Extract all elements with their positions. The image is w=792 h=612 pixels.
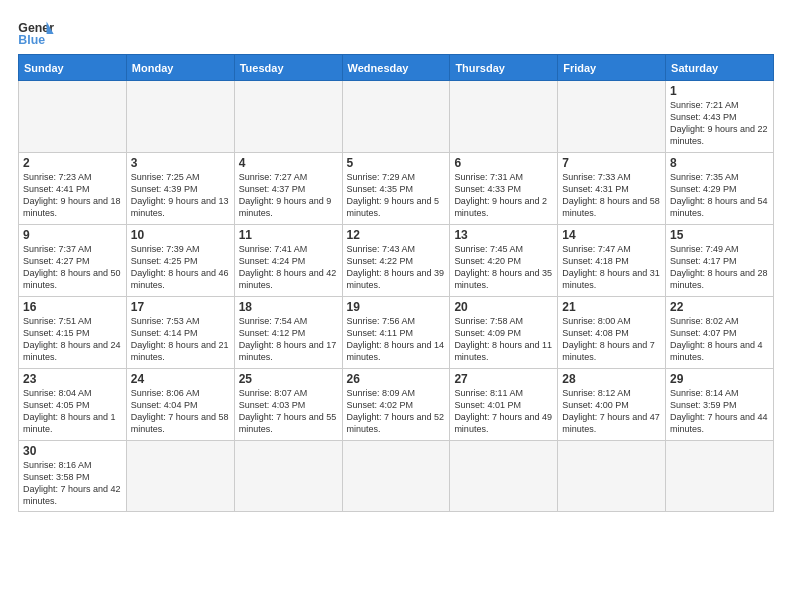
day-number: 20: [454, 300, 553, 314]
day-info: Sunrise: 8:09 AM Sunset: 4:02 PM Dayligh…: [347, 387, 446, 436]
calendar-cell: 17Sunrise: 7:53 AM Sunset: 4:14 PM Dayli…: [126, 297, 234, 369]
day-info: Sunrise: 7:29 AM Sunset: 4:35 PM Dayligh…: [347, 171, 446, 220]
day-info: Sunrise: 7:41 AM Sunset: 4:24 PM Dayligh…: [239, 243, 338, 292]
calendar-week-2: 2Sunrise: 7:23 AM Sunset: 4:41 PM Daylig…: [19, 153, 774, 225]
calendar-cell: 11Sunrise: 7:41 AM Sunset: 4:24 PM Dayli…: [234, 225, 342, 297]
calendar-cell: 24Sunrise: 8:06 AM Sunset: 4:04 PM Dayli…: [126, 369, 234, 441]
calendar-cell: [19, 81, 127, 153]
calendar-cell: [558, 441, 666, 512]
calendar-cell: 3Sunrise: 7:25 AM Sunset: 4:39 PM Daylig…: [126, 153, 234, 225]
day-info: Sunrise: 7:31 AM Sunset: 4:33 PM Dayligh…: [454, 171, 553, 220]
page-header: General Blue: [18, 18, 774, 48]
day-number: 13: [454, 228, 553, 242]
day-info: Sunrise: 8:14 AM Sunset: 3:59 PM Dayligh…: [670, 387, 769, 436]
day-info: Sunrise: 7:23 AM Sunset: 4:41 PM Dayligh…: [23, 171, 122, 220]
weekday-header-row: SundayMondayTuesdayWednesdayThursdayFrid…: [19, 55, 774, 81]
calendar-week-4: 16Sunrise: 7:51 AM Sunset: 4:15 PM Dayli…: [19, 297, 774, 369]
weekday-header-wednesday: Wednesday: [342, 55, 450, 81]
day-number: 4: [239, 156, 338, 170]
calendar-cell: 30Sunrise: 8:16 AM Sunset: 3:58 PM Dayli…: [19, 441, 127, 512]
day-number: 10: [131, 228, 230, 242]
weekday-header-friday: Friday: [558, 55, 666, 81]
logo-icon: General Blue: [18, 18, 54, 48]
calendar-cell: [342, 81, 450, 153]
calendar-table: SundayMondayTuesdayWednesdayThursdayFrid…: [18, 54, 774, 512]
weekday-header-thursday: Thursday: [450, 55, 558, 81]
day-info: Sunrise: 7:39 AM Sunset: 4:25 PM Dayligh…: [131, 243, 230, 292]
day-number: 5: [347, 156, 446, 170]
day-number: 15: [670, 228, 769, 242]
day-number: 7: [562, 156, 661, 170]
day-info: Sunrise: 7:27 AM Sunset: 4:37 PM Dayligh…: [239, 171, 338, 220]
day-number: 23: [23, 372, 122, 386]
calendar-cell: [450, 441, 558, 512]
calendar-cell: [342, 441, 450, 512]
day-info: Sunrise: 7:51 AM Sunset: 4:15 PM Dayligh…: [23, 315, 122, 364]
calendar-cell: 18Sunrise: 7:54 AM Sunset: 4:12 PM Dayli…: [234, 297, 342, 369]
day-info: Sunrise: 7:21 AM Sunset: 4:43 PM Dayligh…: [670, 99, 769, 148]
calendar-cell: 20Sunrise: 7:58 AM Sunset: 4:09 PM Dayli…: [450, 297, 558, 369]
day-info: Sunrise: 7:53 AM Sunset: 4:14 PM Dayligh…: [131, 315, 230, 364]
calendar-cell: [666, 441, 774, 512]
day-info: Sunrise: 7:47 AM Sunset: 4:18 PM Dayligh…: [562, 243, 661, 292]
day-info: Sunrise: 8:12 AM Sunset: 4:00 PM Dayligh…: [562, 387, 661, 436]
day-number: 30: [23, 444, 122, 458]
calendar-cell: 10Sunrise: 7:39 AM Sunset: 4:25 PM Dayli…: [126, 225, 234, 297]
calendar-cell: 28Sunrise: 8:12 AM Sunset: 4:00 PM Dayli…: [558, 369, 666, 441]
day-number: 11: [239, 228, 338, 242]
calendar-cell: 26Sunrise: 8:09 AM Sunset: 4:02 PM Dayli…: [342, 369, 450, 441]
calendar-cell: [234, 441, 342, 512]
day-number: 29: [670, 372, 769, 386]
calendar-cell: 29Sunrise: 8:14 AM Sunset: 3:59 PM Dayli…: [666, 369, 774, 441]
day-number: 19: [347, 300, 446, 314]
calendar-cell: 6Sunrise: 7:31 AM Sunset: 4:33 PM Daylig…: [450, 153, 558, 225]
weekday-header-sunday: Sunday: [19, 55, 127, 81]
calendar-cell: 27Sunrise: 8:11 AM Sunset: 4:01 PM Dayli…: [450, 369, 558, 441]
svg-text:Blue: Blue: [18, 33, 45, 47]
calendar-cell: 12Sunrise: 7:43 AM Sunset: 4:22 PM Dayli…: [342, 225, 450, 297]
day-number: 17: [131, 300, 230, 314]
calendar-cell: 19Sunrise: 7:56 AM Sunset: 4:11 PM Dayli…: [342, 297, 450, 369]
calendar-cell: [450, 81, 558, 153]
calendar-cell: 23Sunrise: 8:04 AM Sunset: 4:05 PM Dayli…: [19, 369, 127, 441]
calendar-cell: 13Sunrise: 7:45 AM Sunset: 4:20 PM Dayli…: [450, 225, 558, 297]
calendar-cell: 22Sunrise: 8:02 AM Sunset: 4:07 PM Dayli…: [666, 297, 774, 369]
calendar-cell: 1Sunrise: 7:21 AM Sunset: 4:43 PM Daylig…: [666, 81, 774, 153]
day-number: 27: [454, 372, 553, 386]
day-number: 28: [562, 372, 661, 386]
day-info: Sunrise: 7:54 AM Sunset: 4:12 PM Dayligh…: [239, 315, 338, 364]
day-info: Sunrise: 7:25 AM Sunset: 4:39 PM Dayligh…: [131, 171, 230, 220]
weekday-header-tuesday: Tuesday: [234, 55, 342, 81]
calendar-cell: 9Sunrise: 7:37 AM Sunset: 4:27 PM Daylig…: [19, 225, 127, 297]
calendar-cell: 7Sunrise: 7:33 AM Sunset: 4:31 PM Daylig…: [558, 153, 666, 225]
day-info: Sunrise: 8:06 AM Sunset: 4:04 PM Dayligh…: [131, 387, 230, 436]
day-info: Sunrise: 7:33 AM Sunset: 4:31 PM Dayligh…: [562, 171, 661, 220]
day-number: 2: [23, 156, 122, 170]
day-number: 8: [670, 156, 769, 170]
calendar-cell: [558, 81, 666, 153]
day-number: 26: [347, 372, 446, 386]
day-info: Sunrise: 7:58 AM Sunset: 4:09 PM Dayligh…: [454, 315, 553, 364]
weekday-header-saturday: Saturday: [666, 55, 774, 81]
day-info: Sunrise: 7:43 AM Sunset: 4:22 PM Dayligh…: [347, 243, 446, 292]
day-number: 16: [23, 300, 122, 314]
day-number: 12: [347, 228, 446, 242]
day-number: 18: [239, 300, 338, 314]
day-number: 3: [131, 156, 230, 170]
day-number: 14: [562, 228, 661, 242]
day-info: Sunrise: 7:45 AM Sunset: 4:20 PM Dayligh…: [454, 243, 553, 292]
day-info: Sunrise: 7:37 AM Sunset: 4:27 PM Dayligh…: [23, 243, 122, 292]
calendar-cell: 25Sunrise: 8:07 AM Sunset: 4:03 PM Dayli…: [234, 369, 342, 441]
logo: General Blue: [18, 18, 54, 48]
calendar-cell: 14Sunrise: 7:47 AM Sunset: 4:18 PM Dayli…: [558, 225, 666, 297]
day-number: 21: [562, 300, 661, 314]
day-number: 6: [454, 156, 553, 170]
day-number: 22: [670, 300, 769, 314]
calendar-cell: 4Sunrise: 7:27 AM Sunset: 4:37 PM Daylig…: [234, 153, 342, 225]
day-number: 9: [23, 228, 122, 242]
day-number: 1: [670, 84, 769, 98]
day-info: Sunrise: 7:35 AM Sunset: 4:29 PM Dayligh…: [670, 171, 769, 220]
day-info: Sunrise: 8:02 AM Sunset: 4:07 PM Dayligh…: [670, 315, 769, 364]
calendar-week-1: 1Sunrise: 7:21 AM Sunset: 4:43 PM Daylig…: [19, 81, 774, 153]
day-info: Sunrise: 8:00 AM Sunset: 4:08 PM Dayligh…: [562, 315, 661, 364]
